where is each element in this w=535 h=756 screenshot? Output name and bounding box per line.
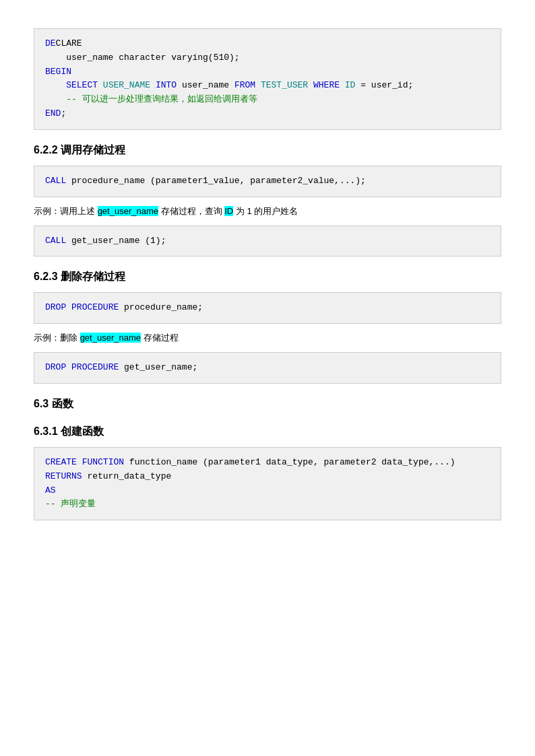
code-block-drop-get-user-name: DROP PROCEDURE get_user_name; [34,352,501,384]
keyword-call-2: CALL [45,236,66,246]
keyword-call: CALL [45,176,66,186]
keyword-select: SELECT [66,80,98,90]
desc-623: 示例：删除 get_user_name 存储过程 [34,332,501,344]
code-line-create-function: CREATE FUNCTION function_name (parameter… [45,456,490,470]
code-line-end: END; [45,107,490,121]
keyword-as: AS [45,485,56,495]
keyword-username: USER_NAME [103,80,150,90]
section-623-heading: 6.2.3 删除存储过程 [34,270,501,284]
keyword-create: CREATE [45,457,77,467]
code-line-comment1: -- 可以进一步处理查询结果，如返回给调用者等 [45,93,490,107]
code-line-as: AS [45,484,490,498]
comment-text: -- 可以进一步处理查询结果，如返回给调用者等 [66,94,257,104]
col-id: ID [345,80,356,90]
keyword-begin: BEGIN [45,67,71,77]
keyword-drop: DROP [45,302,66,312]
keyword-declare-rest: CLARE [56,38,82,48]
keyword-function: FUNCTION [82,457,124,467]
code-line-username-var: user_name character varying(510); [45,51,490,65]
keyword-drop-2: DROP [45,362,66,372]
comment-declare-vars: -- 声明变量 [45,499,96,509]
highlight-get-user-name-2: get_user_name [80,333,141,343]
code-line-comment-declare: -- 声明变量 [45,497,490,512]
table-testuser: TEST_USER [261,80,308,90]
code-line-declare: DECLARE [45,37,490,51]
keyword-where: WHERE [313,80,340,90]
section-631-heading: 6.3.1 创建函数 [34,425,501,439]
keyword-declare: DE [45,38,56,48]
code-block-drop-procedure: DROP PROCEDURE procedure_name; [34,292,501,324]
section-63-heading: 6.3 函数 [34,397,501,411]
highlight-get-user-name-1: get_user_name [98,206,158,216]
keyword-returns: RETURNS [45,471,82,481]
desc-622: 示例：调用上述 get_user_name 存储过程，查询 ID 为 1 的用户… [34,205,501,217]
keyword-end: END [45,108,61,118]
code-block-create-function: CREATE FUNCTION function_name (parameter… [34,447,501,520]
section-622-heading: 6.2.2 调用存储过程 [34,143,501,158]
keyword-from: FROM [234,80,255,90]
highlight-id: ID [224,206,233,216]
keyword-procedure-2: PROCEDURE [71,362,119,372]
code-line-begin: BEGIN [45,65,490,79]
code-block-call-get-user-name: CALL get_user_name (1); [34,226,501,257]
code-line-select: SELECT USER_NAME INTO user_name FROM TES… [45,79,490,93]
keyword-into: INTO [156,80,177,90]
keyword-procedure: PROCEDURE [71,302,119,312]
code-block-declare: DECLARE user_name character varying(510)… [34,28,501,130]
code-block-call-procedure: CALL procedure_name (parameter1_value, p… [34,166,501,197]
code-line-returns: RETURNS return_data_type [45,470,490,484]
